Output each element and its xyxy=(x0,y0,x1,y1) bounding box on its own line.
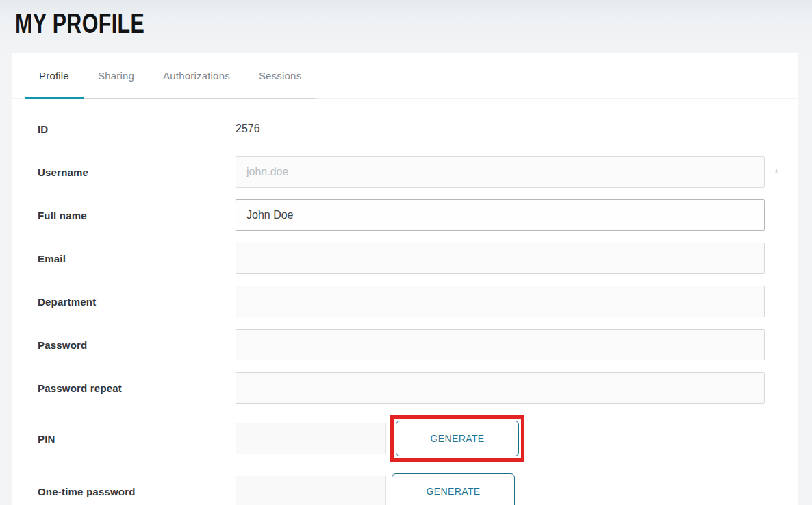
password-label: Password xyxy=(38,339,236,351)
username-label: Username xyxy=(38,167,236,178)
full-name-input[interactable] xyxy=(236,199,765,231)
one-time-password-input[interactable] xyxy=(236,476,386,505)
full-name-label: Full name xyxy=(38,210,236,221)
row-full-name: Full name xyxy=(38,199,765,231)
row-email: Email xyxy=(38,243,765,274)
tab-sessions[interactable]: Sessions xyxy=(244,53,316,99)
department-input[interactable] xyxy=(236,286,765,317)
department-label: Department xyxy=(38,296,236,308)
pin-generate-highlight-box: GENERATE xyxy=(390,415,524,462)
one-time-password-label: One-time password xyxy=(38,486,236,497)
email-input[interactable] xyxy=(236,243,765,274)
tab-bar: Profile Sharing Authorizations Sessions xyxy=(12,53,798,99)
row-one-time-password: One-time password GENERATE xyxy=(38,473,765,505)
email-label: Email xyxy=(38,253,236,264)
id-label: ID xyxy=(38,123,236,135)
tab-profile[interactable]: Profile xyxy=(25,53,84,99)
profile-form: ID 2576 Username * Full name Email Depar… xyxy=(12,99,798,505)
profile-card: Profile Sharing Authorizations Sessions … xyxy=(12,53,798,505)
pin-input[interactable] xyxy=(236,423,386,454)
row-password-repeat: Password repeat xyxy=(38,372,765,404)
id-value: 2576 xyxy=(236,123,260,135)
otp-generate-button[interactable]: GENERATE xyxy=(392,473,515,505)
required-asterisk: * xyxy=(774,167,778,178)
username-input[interactable] xyxy=(236,156,765,188)
row-department: Department xyxy=(38,286,765,317)
row-id: ID 2576 xyxy=(38,113,765,145)
pin-label: PIN xyxy=(38,433,236,445)
password-input[interactable] xyxy=(236,329,765,360)
tab-sharing[interactable]: Sharing xyxy=(84,53,149,99)
tab-authorizations[interactable]: Authorizations xyxy=(149,53,244,99)
password-repeat-input[interactable] xyxy=(236,372,765,404)
pin-generate-button[interactable]: GENERATE xyxy=(396,421,519,456)
row-password: Password xyxy=(38,329,765,360)
row-username: Username * xyxy=(38,156,765,188)
otp-generate-wrap: GENERATE xyxy=(392,473,515,505)
row-pin: PIN GENERATE xyxy=(38,415,765,462)
tab-strip: Profile Sharing Authorizations Sessions xyxy=(25,53,316,99)
page-title: MY PROFILE xyxy=(15,8,144,39)
password-repeat-label: Password repeat xyxy=(38,382,236,394)
